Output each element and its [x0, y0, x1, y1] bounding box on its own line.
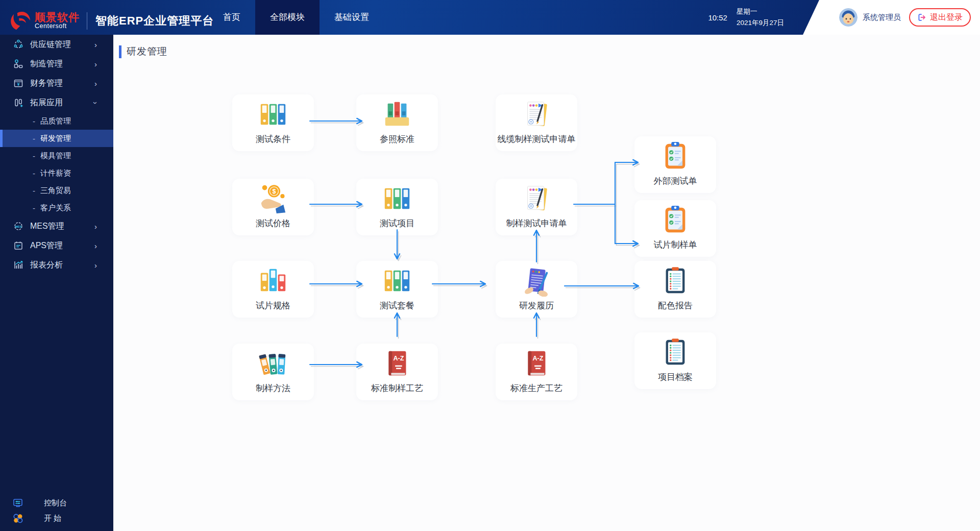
user-name: 系统管理员 — [863, 13, 901, 22]
top-header: 顺景软件 Centersoft 智能ERP企业管理平台 首页 全部模块 基础设置… — [0, 0, 980, 35]
tab-home[interactable]: 首页 — [208, 0, 255, 35]
logout-button[interactable]: 退出登录 — [909, 8, 971, 27]
sidebar-subitem-quality[interactable]: - 品质管理 — [0, 112, 113, 130]
page-title: 研发管理 — [119, 45, 167, 58]
flow-node-xiangmu-dangan[interactable]: 项目档案 — [634, 332, 716, 389]
flow-node-xianlan-shenqing[interactable]: 线缆制样测试申请单 — [496, 94, 577, 151]
sidebar-item-label: 财务管理 — [30, 78, 63, 89]
sidebar-subitem-triangle-trade[interactable]: - 三角贸易 — [0, 182, 113, 199]
sidebar-item-aps[interactable]: APS管理 › — [0, 236, 113, 255]
sidebar-item-label: APS管理 — [30, 240, 63, 251]
flow-node-canzhao-biaozhun[interactable]: 参照标准 — [356, 94, 438, 151]
flow-node-bz-zhiyang-gongyi[interactable]: 标准制样工艺 — [356, 344, 438, 400]
title-accent-bar — [119, 45, 121, 58]
sidebar-subitem-label: 研发管理 — [40, 134, 71, 143]
chevron-right-icon: › — [94, 261, 97, 270]
doc-pencil-icon — [521, 99, 552, 130]
flow-node-label: 标准制样工艺 — [371, 382, 423, 394]
sidebar-subitem-piece-wage[interactable]: - 计件薪资 — [0, 164, 113, 182]
app-title: 智能ERP企业管理平台 — [95, 4, 214, 38]
clock-weekday: 星期一 — [737, 6, 784, 17]
dash-prefix: - — [33, 186, 35, 195]
flow-node-label: 项目档案 — [658, 371, 693, 383]
sidebar-item-label: 供应链管理 — [30, 39, 71, 50]
flow-node-label: 测试条件 — [256, 133, 290, 145]
dash-prefix: - — [33, 152, 35, 160]
flow-node-yanfa-lvli[interactable]: 研发履历 — [496, 261, 577, 318]
report-analysis-icon — [13, 260, 23, 270]
clock-date: 2021年9月27日 — [737, 17, 784, 29]
console-button[interactable]: 控制台 — [0, 495, 113, 511]
book-az-icon — [381, 348, 413, 379]
flow-node-label: 参照标准 — [380, 133, 414, 145]
flow-node-zhiyang-fangfa[interactable]: 制样方法 — [232, 344, 314, 400]
flow-node-ceshi-jiage[interactable]: 测试价格 — [232, 179, 314, 235]
binders-yellow-green-blue-icon — [381, 183, 413, 214]
sidebar-subitem-label: 三角贸易 — [40, 186, 71, 196]
clipboard-orange-icon — [659, 204, 691, 236]
sidebar-item-finance[interactable]: 财务管理 › — [0, 74, 113, 93]
flow-node-waibu-ceshidan[interactable]: 外部测试单 — [634, 136, 716, 193]
avatar[interactable] — [839, 8, 857, 27]
binders-yellow-green-blue-icon — [257, 99, 289, 130]
flow-node-bz-shengchan-gongyi[interactable]: 标准生产工艺 — [496, 344, 577, 400]
sidebar-subitem-label: 客户关系 — [40, 203, 71, 213]
logout-icon — [917, 13, 926, 22]
sidebar-subitem-label: 模具管理 — [40, 151, 71, 161]
doc-pencil-icon — [521, 183, 552, 214]
sidebar-subitem-rnd[interactable]: - 研发管理 — [0, 130, 113, 147]
logo-divider — [87, 12, 87, 30]
sidebar-item-label: 制造管理 — [30, 59, 63, 69]
sidebar-subitem-mold[interactable]: - 模具管理 — [0, 147, 113, 164]
chevron-right-icon: › — [94, 242, 97, 250]
console-icon — [12, 497, 23, 509]
page-title-text: 研发管理 — [127, 45, 167, 58]
sidebar: 供应链管理 › 制造管理 › 财务管理 › 拓展应用 › - 品质管理 - 研发… — [0, 35, 113, 531]
flow-node-label: 制样测试申请单 — [506, 218, 567, 229]
logo-brand: 顺景软件 — [35, 12, 80, 23]
sidebar-subitem-customer-relations[interactable]: - 客户关系 — [0, 199, 113, 216]
sidebar-item-mes[interactable]: MES管理 › — [0, 216, 113, 236]
start-button[interactable]: 开 始 — [0, 511, 113, 526]
logout-label: 退出登录 — [930, 12, 963, 23]
sidebar-item-report-analysis[interactable]: 报表分析 › — [0, 255, 113, 275]
flow-node-ceshi-xiangmu[interactable]: 测试项目 — [356, 179, 438, 235]
flow-node-ceshi-taocan[interactable]: 测试套餐 — [356, 261, 438, 318]
start-label: 开 始 — [44, 514, 61, 523]
flow-node-label: 研发履历 — [519, 300, 554, 311]
book-az-icon — [521, 348, 552, 379]
clipboard-orange-icon — [659, 140, 691, 172]
flow-node-peise-baogao[interactable]: 配色报告 — [634, 261, 716, 318]
flow-node-label: 测试项目 — [380, 218, 414, 229]
flow-node-label: 标准生产工艺 — [510, 382, 562, 394]
clock: 10:52 星期一 2021年9月27日 — [708, 0, 784, 35]
manufacturing-icon — [13, 59, 23, 69]
dash-prefix: - — [33, 169, 35, 178]
flow-node-shipian-zhiyang[interactable]: 试片制样单 — [634, 200, 716, 257]
tab-basic-settings[interactable]: 基础设置 — [320, 0, 384, 35]
flow-node-label: 试片制样单 — [654, 239, 697, 251]
sidebar-item-manufacturing[interactable]: 制造管理 › — [0, 54, 113, 74]
flow-node-label: 线缆制样测试申请单 — [498, 133, 576, 145]
books-tray-icon — [381, 99, 413, 130]
dash-prefix: - — [33, 117, 35, 126]
clipboard-navy-icon — [659, 336, 691, 368]
supply-chain-icon — [13, 39, 23, 50]
tab-all-modules[interactable]: 全部模块 — [255, 0, 320, 35]
sidebar-item-extended-apps[interactable]: 拓展应用 › — [0, 93, 113, 112]
binders-tilted-icon — [257, 348, 289, 379]
chevron-right-icon: › — [94, 222, 97, 231]
start-icon — [12, 513, 23, 524]
doc-writing-icon — [521, 265, 552, 297]
logo-icon — [7, 9, 31, 33]
flow-node-shipian-guige[interactable]: 试片规格 — [232, 261, 314, 318]
flow-node-zhiyang-shenqing[interactable]: 制样测试申请单 — [496, 179, 577, 235]
sidebar-footer: 控制台 开 始 — [0, 495, 113, 526]
flow-node-label: 测试套餐 — [380, 300, 414, 311]
chevron-right-icon: › — [94, 60, 97, 68]
sidebar-subitem-label: 品质管理 — [40, 116, 71, 126]
mes-icon — [13, 221, 23, 231]
flow-node-ceshi-tiaojian[interactable]: 测试条件 — [232, 94, 314, 151]
coins-hand-icon — [257, 183, 289, 214]
avatar-image — [839, 8, 857, 27]
